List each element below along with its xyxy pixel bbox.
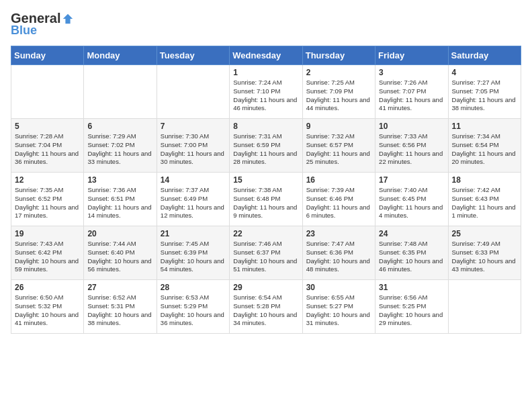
- day-info: Sunrise: 6:54 AM Sunset: 5:28 PM Dayligh…: [233, 293, 298, 328]
- calendar-cell: [448, 280, 521, 334]
- day-info: Sunrise: 7:49 AM Sunset: 6:33 PM Dayligh…: [452, 240, 517, 274]
- calendar-cell: 30 Sunrise: 6:55 AM Sunset: 5:27 PM Dayl…: [302, 280, 375, 334]
- weekday-header-row: SundayMondayTuesdayWednesdayThursdayFrid…: [11, 46, 521, 65]
- day-number: 30: [306, 283, 371, 292]
- day-info: Sunrise: 7:27 AM Sunset: 7:05 PM Dayligh…: [452, 79, 517, 113]
- day-info: Sunrise: 7:43 AM Sunset: 6:42 PM Dayligh…: [15, 240, 80, 274]
- calendar-cell: 12 Sunrise: 7:35 AM Sunset: 6:52 PM Dayl…: [11, 173, 84, 226]
- logo-blue-text: Blue: [11, 24, 37, 38]
- calendar-cell: 31 Sunrise: 6:56 AM Sunset: 5:25 PM Dayl…: [375, 280, 448, 334]
- calendar-cell: [11, 65, 84, 119]
- day-info: Sunrise: 6:50 AM Sunset: 5:32 PM Dayligh…: [15, 293, 80, 328]
- calendar-cell: 22 Sunrise: 7:46 AM Sunset: 6:37 PM Dayl…: [230, 226, 302, 280]
- day-number: 6: [87, 122, 152, 131]
- day-number: 23: [306, 229, 371, 238]
- calendar-week-row: 12 Sunrise: 7:35 AM Sunset: 6:52 PM Dayl…: [11, 173, 521, 226]
- day-info: Sunrise: 7:36 AM Sunset: 6:51 PM Dayligh…: [87, 186, 152, 220]
- day-number: 24: [379, 229, 444, 238]
- calendar-cell: 9 Sunrise: 7:32 AM Sunset: 6:57 PM Dayli…: [302, 119, 375, 173]
- calendar-week-row: 19 Sunrise: 7:43 AM Sunset: 6:42 PM Dayl…: [11, 226, 521, 280]
- day-number: 31: [379, 283, 444, 292]
- page-header: General Blue: [11, 11, 521, 38]
- weekday-header-wednesday: Wednesday: [230, 46, 302, 65]
- day-info: Sunrise: 6:55 AM Sunset: 5:27 PM Dayligh…: [306, 293, 371, 328]
- calendar-cell: 1 Sunrise: 7:24 AM Sunset: 7:10 PM Dayli…: [230, 65, 302, 119]
- day-info: Sunrise: 7:29 AM Sunset: 7:02 PM Dayligh…: [87, 132, 152, 167]
- calendar-cell: 26 Sunrise: 6:50 AM Sunset: 5:32 PM Dayl…: [11, 280, 84, 334]
- day-info: Sunrise: 6:53 AM Sunset: 5:29 PM Dayligh…: [161, 293, 226, 328]
- calendar-cell: [157, 65, 229, 119]
- day-number: 11: [452, 122, 517, 131]
- day-number: 19: [15, 229, 80, 238]
- calendar-cell: 2 Sunrise: 7:25 AM Sunset: 7:09 PM Dayli…: [302, 65, 375, 119]
- calendar-cell: 24 Sunrise: 7:48 AM Sunset: 6:35 PM Dayl…: [375, 226, 448, 280]
- calendar-cell: 29 Sunrise: 6:54 AM Sunset: 5:28 PM Dayl…: [230, 280, 302, 334]
- day-info: Sunrise: 7:31 AM Sunset: 6:59 PM Dayligh…: [233, 132, 298, 167]
- calendar-cell: 23 Sunrise: 7:47 AM Sunset: 6:36 PM Dayl…: [302, 226, 375, 280]
- day-info: Sunrise: 7:45 AM Sunset: 6:39 PM Dayligh…: [161, 240, 226, 274]
- day-number: 17: [379, 175, 444, 185]
- calendar-cell: 7 Sunrise: 7:30 AM Sunset: 7:00 PM Dayli…: [157, 119, 229, 173]
- day-number: 5: [15, 122, 80, 131]
- day-info: Sunrise: 7:35 AM Sunset: 6:52 PM Dayligh…: [15, 186, 80, 220]
- svg-marker-0: [63, 13, 73, 23]
- calendar-cell: 17 Sunrise: 7:40 AM Sunset: 6:45 PM Dayl…: [375, 173, 448, 226]
- weekday-header-thursday: Thursday: [302, 46, 375, 65]
- day-number: 1: [233, 68, 298, 77]
- calendar-week-row: 5 Sunrise: 7:28 AM Sunset: 7:04 PM Dayli…: [11, 119, 521, 173]
- logo: General Blue: [11, 11, 74, 38]
- weekday-header-saturday: Saturday: [448, 46, 521, 65]
- day-number: 12: [15, 175, 80, 185]
- day-info: Sunrise: 7:30 AM Sunset: 7:00 PM Dayligh…: [161, 132, 226, 167]
- day-info: Sunrise: 7:38 AM Sunset: 6:48 PM Dayligh…: [233, 186, 298, 220]
- day-info: Sunrise: 7:47 AM Sunset: 6:36 PM Dayligh…: [306, 240, 371, 274]
- weekday-header-sunday: Sunday: [11, 46, 84, 65]
- calendar-cell: 16 Sunrise: 7:39 AM Sunset: 6:46 PM Dayl…: [302, 173, 375, 226]
- day-number: 21: [161, 229, 226, 238]
- calendar-cell: 5 Sunrise: 7:28 AM Sunset: 7:04 PM Dayli…: [11, 119, 84, 173]
- day-info: Sunrise: 7:39 AM Sunset: 6:46 PM Dayligh…: [306, 186, 371, 220]
- day-number: 25: [452, 229, 517, 238]
- day-number: 22: [233, 229, 298, 238]
- day-number: 29: [233, 283, 298, 292]
- calendar-cell: 6 Sunrise: 7:29 AM Sunset: 7:02 PM Dayli…: [84, 119, 157, 173]
- day-number: 20: [87, 229, 152, 238]
- calendar-cell: 15 Sunrise: 7:38 AM Sunset: 6:48 PM Dayl…: [230, 173, 302, 226]
- day-number: 2: [306, 68, 371, 77]
- calendar-week-row: 26 Sunrise: 6:50 AM Sunset: 5:32 PM Dayl…: [11, 280, 521, 334]
- day-info: Sunrise: 7:44 AM Sunset: 6:40 PM Dayligh…: [87, 240, 152, 274]
- day-number: 27: [87, 283, 152, 292]
- day-number: 15: [233, 175, 298, 185]
- day-info: Sunrise: 7:28 AM Sunset: 7:04 PM Dayligh…: [15, 132, 80, 167]
- day-info: Sunrise: 7:25 AM Sunset: 7:09 PM Dayligh…: [306, 79, 371, 113]
- calendar-cell: 25 Sunrise: 7:49 AM Sunset: 6:33 PM Dayl…: [448, 226, 521, 280]
- calendar-cell: 13 Sunrise: 7:36 AM Sunset: 6:51 PM Dayl…: [84, 173, 157, 226]
- day-number: 10: [379, 122, 444, 131]
- calendar-cell: [84, 65, 157, 119]
- day-number: 9: [306, 122, 371, 131]
- calendar-cell: 18 Sunrise: 7:42 AM Sunset: 6:43 PM Dayl…: [448, 173, 521, 226]
- day-info: Sunrise: 7:26 AM Sunset: 7:07 PM Dayligh…: [379, 79, 444, 113]
- calendar-cell: 14 Sunrise: 7:37 AM Sunset: 6:49 PM Dayl…: [157, 173, 229, 226]
- calendar-cell: 8 Sunrise: 7:31 AM Sunset: 6:59 PM Dayli…: [230, 119, 302, 173]
- day-number: 13: [87, 175, 152, 185]
- day-number: 18: [452, 175, 517, 185]
- calendar-cell: 19 Sunrise: 7:43 AM Sunset: 6:42 PM Dayl…: [11, 226, 84, 280]
- day-number: 28: [161, 283, 226, 292]
- calendar-cell: 27 Sunrise: 6:52 AM Sunset: 5:31 PM Dayl…: [84, 280, 157, 334]
- weekday-header-friday: Friday: [375, 46, 448, 65]
- logo-icon: [62, 13, 74, 25]
- day-info: Sunrise: 7:34 AM Sunset: 6:54 PM Dayligh…: [452, 132, 517, 167]
- calendar-cell: 11 Sunrise: 7:34 AM Sunset: 6:54 PM Dayl…: [448, 119, 521, 173]
- calendar-cell: 3 Sunrise: 7:26 AM Sunset: 7:07 PM Dayli…: [375, 65, 448, 119]
- day-number: 4: [452, 68, 517, 77]
- day-number: 7: [161, 122, 226, 131]
- weekday-header-tuesday: Tuesday: [157, 46, 229, 65]
- day-info: Sunrise: 7:32 AM Sunset: 6:57 PM Dayligh…: [306, 132, 371, 167]
- day-number: 14: [161, 175, 226, 185]
- day-number: 16: [306, 175, 371, 185]
- day-info: Sunrise: 7:42 AM Sunset: 6:43 PM Dayligh…: [452, 186, 517, 220]
- day-number: 8: [233, 122, 298, 131]
- calendar-cell: 4 Sunrise: 7:27 AM Sunset: 7:05 PM Dayli…: [448, 65, 521, 119]
- day-info: Sunrise: 7:46 AM Sunset: 6:37 PM Dayligh…: [233, 240, 298, 274]
